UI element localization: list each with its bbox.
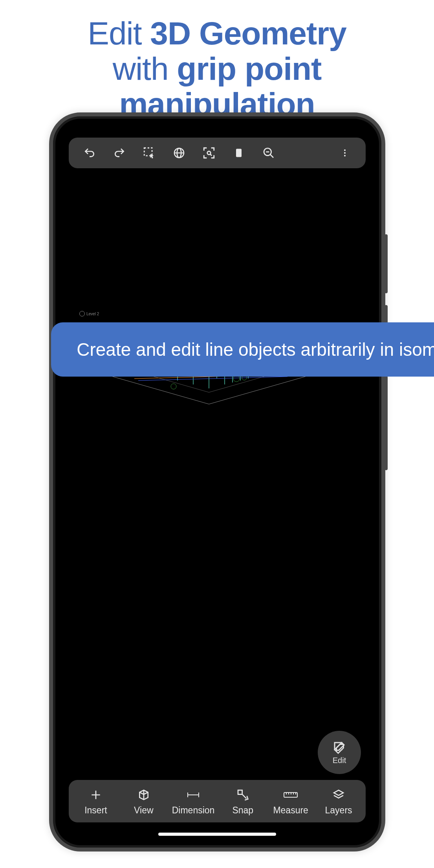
snap-icon xyxy=(236,789,249,801)
marketing-headline: Edit 3D Geometry with grip point manipul… xyxy=(0,0,434,122)
phone-frame: Level 2 Level 1 xyxy=(49,112,385,851)
more-button[interactable] xyxy=(333,142,356,164)
paper-icon xyxy=(233,147,244,159)
nav-view-label: View xyxy=(134,805,153,816)
nav-view[interactable]: View xyxy=(124,787,163,816)
globe-icon xyxy=(173,147,185,159)
svg-rect-13 xyxy=(238,790,242,794)
zoom-icon xyxy=(262,147,275,159)
nav-dimension-label: Dimension xyxy=(172,805,215,816)
bottom-nav: Insert View Dimension Snap Measure Layer… xyxy=(69,780,366,822)
selection-icon xyxy=(143,146,156,160)
zoom-extents-button[interactable] xyxy=(198,142,220,164)
undo-button[interactable] xyxy=(78,142,101,164)
callout-text: Create and edit line objects arbitrarily… xyxy=(71,337,434,362)
cad-canvas[interactable]: Level 2 Level 1 xyxy=(58,176,377,788)
nav-measure-label: Measure xyxy=(273,805,308,816)
paper-button[interactable] xyxy=(227,142,250,164)
app-screen: Level 2 Level 1 xyxy=(58,121,377,843)
headline-line1-bold: 3D Geometry xyxy=(150,15,346,51)
phone-power xyxy=(385,376,388,470)
svg-rect-4 xyxy=(236,149,242,157)
nav-layers-label: Layers xyxy=(325,805,352,816)
svg-point-7 xyxy=(344,152,346,154)
redo-button[interactable] xyxy=(108,142,131,164)
edit-fab[interactable]: Edit xyxy=(318,731,361,774)
nav-insert-label: Insert xyxy=(84,805,107,816)
headline-line2-pre: with xyxy=(113,51,177,86)
cube-icon xyxy=(137,789,150,801)
ruler-icon xyxy=(283,790,298,800)
redo-icon xyxy=(113,147,126,159)
top-toolbar xyxy=(69,138,366,168)
undo-icon xyxy=(83,147,96,159)
zoom-extents-icon xyxy=(202,146,216,160)
dimension-icon xyxy=(186,790,200,800)
nav-snap-label: Snap xyxy=(232,805,253,816)
home-indicator xyxy=(158,833,276,836)
globe-button[interactable] xyxy=(168,142,190,164)
edit-fab-label: Edit xyxy=(333,756,346,765)
zoom-button[interactable] xyxy=(257,142,280,164)
plus-icon xyxy=(90,789,102,801)
selection-button[interactable] xyxy=(138,142,161,164)
nav-dimension[interactable]: Dimension xyxy=(172,787,215,816)
edit-icon xyxy=(332,740,346,754)
callout-bubble: Create and edit line objects arbitrarily… xyxy=(51,322,434,377)
phone-volume-up xyxy=(385,234,388,293)
more-icon xyxy=(340,147,350,158)
nav-layers[interactable]: Layers xyxy=(319,787,358,816)
headline-line2-bold: grip point xyxy=(177,51,321,86)
svg-point-12 xyxy=(171,384,176,389)
headline-line1-pre: Edit xyxy=(88,15,150,51)
svg-point-8 xyxy=(344,155,346,156)
layers-icon xyxy=(332,789,345,801)
nav-insert[interactable]: Insert xyxy=(76,787,115,816)
nav-snap[interactable]: Snap xyxy=(223,787,262,816)
svg-point-6 xyxy=(344,149,346,151)
nav-measure[interactable]: Measure xyxy=(271,787,310,816)
